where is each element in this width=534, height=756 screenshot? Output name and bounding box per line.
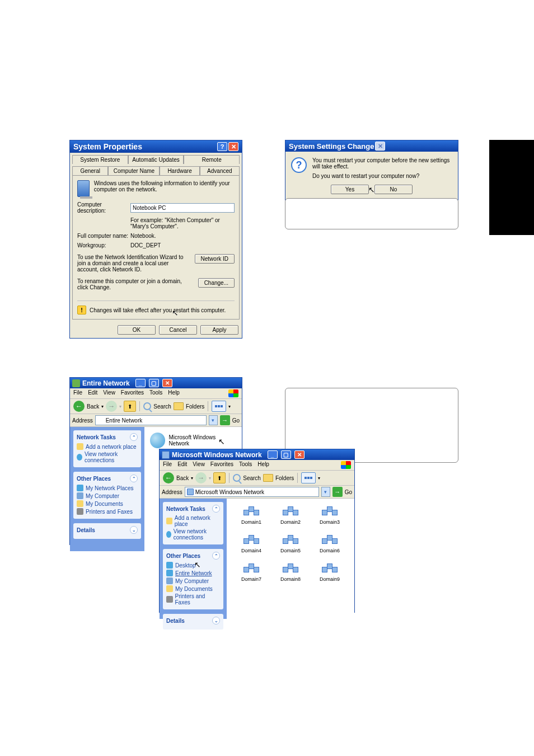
menu-edit[interactable]: Edit bbox=[177, 461, 187, 469]
collapse-icon[interactable]: ⌃ bbox=[212, 505, 220, 513]
sidebar-item-label: My Computer bbox=[86, 493, 119, 499]
titlebar[interactable]: System Settings Change ✕ bbox=[285, 140, 458, 152]
item-ms-windows-network[interactable]: Microsoft Windows Network bbox=[150, 433, 236, 448]
domain-item[interactable]: Domain4 bbox=[235, 535, 268, 553]
tab-advanced[interactable]: Advanced bbox=[200, 166, 240, 175]
menu-tools[interactable]: Tools bbox=[239, 461, 252, 469]
expand-icon[interactable]: ⌄ bbox=[130, 526, 138, 534]
up-icon[interactable]: ⬆ bbox=[124, 401, 136, 412]
domain-item[interactable]: Domain5 bbox=[274, 535, 307, 553]
domain-item[interactable]: Domain2 bbox=[274, 506, 307, 525]
folders-icon[interactable] bbox=[174, 402, 184, 410]
sidebar-item-my-computer[interactable]: My Computer bbox=[77, 492, 138, 499]
address-dropdown-icon[interactable]: ▾ bbox=[209, 415, 218, 425]
back-label[interactable]: Back bbox=[176, 475, 189, 481]
sidebar-item-add-network-place[interactable]: Add a network place bbox=[77, 443, 138, 450]
help-icon[interactable]: ? bbox=[217, 142, 227, 151]
forward-icon[interactable]: → bbox=[195, 472, 207, 483]
domain-item[interactable]: Domain6 bbox=[313, 535, 346, 553]
titlebar[interactable]: Entire Network _ ▢ ✕ bbox=[70, 378, 242, 388]
tab-general[interactable]: General bbox=[72, 166, 108, 175]
close-icon[interactable]: ✕ bbox=[162, 379, 172, 387]
yes-button[interactable]: Yes bbox=[331, 185, 369, 194]
tab-hardware[interactable]: Hardware bbox=[160, 166, 199, 175]
close-icon[interactable]: ✕ bbox=[294, 450, 305, 459]
menu-file[interactable]: File bbox=[73, 389, 82, 397]
sidebar-item-my-network-places[interactable]: My Network Places bbox=[77, 485, 138, 491]
ok-button[interactable]: OK bbox=[118, 325, 156, 335]
go-icon[interactable]: → bbox=[332, 487, 343, 497]
computer-icon bbox=[77, 180, 90, 197]
menu-favorites[interactable]: Favorites bbox=[121, 389, 144, 397]
close-icon[interactable]: ✕ bbox=[375, 142, 385, 151]
menu-view[interactable]: View bbox=[193, 461, 205, 469]
sidebar-item-printers[interactable]: Printers and Faxes bbox=[166, 593, 220, 605]
menu-file[interactable]: File bbox=[163, 461, 172, 469]
menu-view[interactable]: View bbox=[103, 389, 115, 397]
sidebar-item-my-documents[interactable]: My Documents bbox=[77, 500, 138, 507]
apply-button[interactable]: Apply bbox=[200, 325, 238, 335]
sidebar-item-my-computer[interactable]: My Computer bbox=[166, 577, 220, 584]
titlebar[interactable]: System Properties ? ✕ bbox=[70, 140, 242, 153]
folders-label[interactable]: Folders bbox=[186, 403, 204, 410]
network-id-button[interactable]: Network ID bbox=[195, 254, 235, 264]
back-icon[interactable]: ← bbox=[163, 472, 174, 483]
sidebar-item-add-network-place[interactable]: Add a network place bbox=[166, 515, 220, 527]
address-label: Address bbox=[162, 489, 182, 495]
titlebar[interactable]: Microsoft Windows Network _ ▢ ✕ bbox=[160, 449, 354, 460]
collapse-icon[interactable]: ⌃ bbox=[212, 552, 220, 560]
sidebar-item-view-connections[interactable]: View network connections bbox=[166, 528, 220, 541]
go-icon[interactable]: → bbox=[220, 415, 230, 425]
up-icon[interactable]: ⬆ bbox=[213, 472, 226, 483]
collapse-icon[interactable]: ⌃ bbox=[130, 433, 138, 441]
tab-auto-updates[interactable]: Automatic Updates bbox=[128, 155, 184, 164]
search-label[interactable]: Search bbox=[153, 403, 171, 410]
search-icon[interactable] bbox=[233, 474, 241, 482]
collapse-icon[interactable]: ⌃ bbox=[130, 475, 138, 482]
change-button[interactable]: Change... bbox=[198, 278, 235, 288]
menu-favorites[interactable]: Favorites bbox=[210, 461, 233, 469]
search-icon[interactable] bbox=[143, 402, 151, 410]
menu-edit[interactable]: Edit bbox=[88, 389, 97, 397]
content-area[interactable]: Domain1Domain2Domain3Domain4Domain5Domai… bbox=[227, 499, 354, 619]
back-label[interactable]: Back bbox=[87, 403, 99, 410]
minimize-icon[interactable]: _ bbox=[135, 379, 146, 387]
forward-icon[interactable]: → bbox=[106, 401, 117, 412]
views-icon[interactable] bbox=[301, 472, 316, 483]
sidebar-item-desktop[interactable]: Desktop bbox=[166, 562, 220, 569]
sidebar-item-view-connections[interactable]: View network connections bbox=[77, 451, 138, 463]
tab-computer-name[interactable]: Computer Name bbox=[108, 166, 160, 175]
domain-item[interactable]: Domain8 bbox=[274, 564, 307, 582]
domain-label: Domain4 bbox=[241, 548, 261, 553]
search-label[interactable]: Search bbox=[243, 475, 261, 481]
menu-tools[interactable]: Tools bbox=[149, 389, 162, 397]
go-label[interactable]: Go bbox=[232, 417, 240, 424]
cancel-button[interactable]: Cancel bbox=[159, 325, 197, 335]
no-button[interactable]: No bbox=[374, 185, 413, 194]
tab-system-restore[interactable]: System Restore bbox=[72, 155, 128, 164]
minimize-icon[interactable]: _ bbox=[268, 450, 278, 459]
domain-item[interactable]: Domain1 bbox=[235, 506, 268, 525]
maximize-icon[interactable]: ▢ bbox=[149, 379, 159, 387]
tab-remote[interactable]: Remote bbox=[184, 155, 240, 164]
maximize-icon[interactable]: ▢ bbox=[281, 450, 291, 459]
address-input[interactable]: Microsoft Windows Network bbox=[185, 487, 319, 497]
domain-item[interactable]: Domain3 bbox=[313, 506, 346, 525]
sidebar-item-my-documents[interactable]: My Documents bbox=[166, 585, 220, 592]
menu-help[interactable]: Help bbox=[257, 461, 269, 469]
views-icon[interactable] bbox=[212, 401, 226, 412]
back-icon[interactable]: ← bbox=[73, 401, 85, 412]
domain-item[interactable]: Domain9 bbox=[313, 564, 346, 582]
sidebar-item-entire-network[interactable]: Entire Network bbox=[166, 570, 220, 576]
menu-help[interactable]: Help bbox=[168, 389, 180, 397]
close-icon[interactable]: ✕ bbox=[228, 142, 238, 151]
address-input[interactable]: Entire Network bbox=[95, 415, 207, 425]
folders-icon[interactable] bbox=[263, 474, 273, 482]
domain-item[interactable]: Domain7 bbox=[235, 564, 268, 582]
sidebar-item-printers[interactable]: Printers and Faxes bbox=[77, 508, 138, 515]
computer-description-input[interactable] bbox=[130, 203, 235, 213]
go-label[interactable]: Go bbox=[345, 489, 352, 495]
address-dropdown-icon[interactable]: ▾ bbox=[321, 487, 330, 497]
expand-icon[interactable]: ⌄ bbox=[212, 617, 220, 624]
folders-label[interactable]: Folders bbox=[275, 475, 294, 481]
